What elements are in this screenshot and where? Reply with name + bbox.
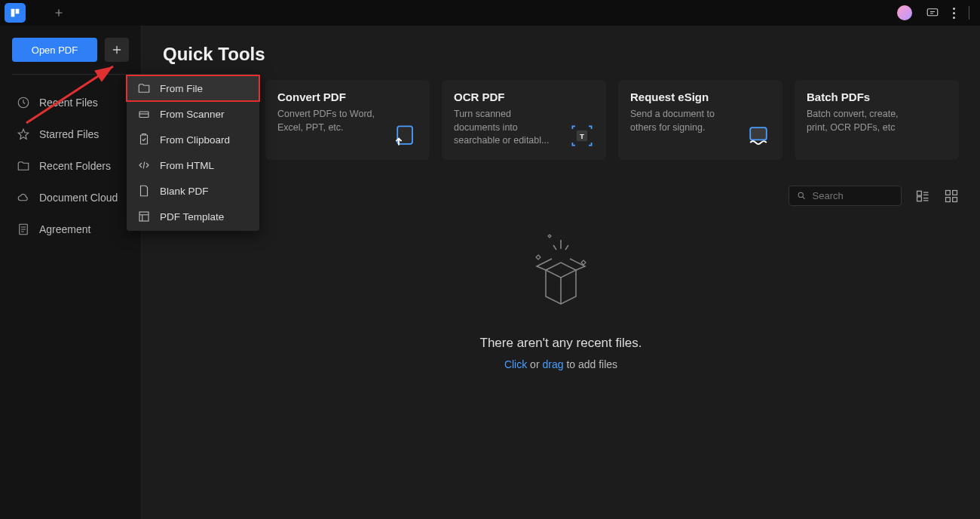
click-link[interactable]: Click	[504, 358, 527, 370]
empty-subtitle: Click or drag to add files	[163, 358, 959, 370]
template-icon	[137, 210, 151, 223]
chat-icon[interactable]	[926, 6, 939, 20]
card-desc: Batch convert, create, print, OCR PDFs, …	[807, 108, 912, 134]
svg-rect-2	[927, 9, 938, 16]
svg-rect-13	[946, 190, 951, 195]
card-convert-pdf[interactable]: Convert PDF Convert PDFs to Word, Excel,…	[265, 80, 430, 160]
sidebar-item-recent-folders[interactable]: Recent Folders	[12, 150, 129, 182]
quick-tools-cards: mages Convert PDF Convert PDFs to Word, …	[163, 80, 959, 160]
card-desc: Turn scanned documents into searchable o…	[454, 108, 559, 148]
sidebar-item-label: Starred Files	[39, 128, 99, 140]
svg-rect-9	[750, 127, 767, 140]
file-icon	[137, 184, 151, 198]
drag-link[interactable]: drag	[542, 358, 563, 370]
create-pdf-dropdown: From File From Scanner From Clipboard Fr…	[127, 74, 259, 231]
dropdown-item-blank-pdf[interactable]: Blank PDF	[127, 178, 259, 204]
logo-icon	[9, 7, 21, 19]
dropdown-label: From HTML	[160, 160, 214, 171]
sidebar-item-label: Recent Files	[39, 97, 98, 109]
svg-rect-0	[11, 9, 15, 17]
empty-title: There aren't any recent files.	[163, 336, 959, 351]
svg-rect-6	[397, 126, 412, 143]
more-menu-button[interactable]	[953, 6, 955, 20]
convert-icon	[392, 122, 419, 149]
card-title: OCR PDF	[454, 91, 594, 103]
sidebar-item-recent-files[interactable]: Recent Files	[12, 87, 129, 118]
sidebar-item-document-cloud[interactable]: Document Cloud	[12, 182, 129, 213]
sidebar: Open PDF Recent Files Starred Files Rece…	[0, 26, 142, 519]
content-area: Quick Tools mages Convert PDF Convert PD…	[142, 26, 980, 519]
svg-text:T: T	[580, 133, 584, 140]
dropdown-item-from-clipboard[interactable]: From Clipboard	[127, 127, 259, 152]
dropdown-label: From Scanner	[160, 109, 225, 120]
card-ocr-pdf[interactable]: OCR PDF Turn scanned documents into sear…	[442, 80, 606, 160]
search-icon	[797, 190, 807, 201]
search-box[interactable]	[789, 186, 902, 206]
svg-rect-11	[917, 191, 922, 195]
svg-point-10	[798, 192, 803, 197]
esign-icon	[745, 122, 772, 149]
svg-rect-14	[953, 190, 957, 195]
card-title: Convert PDF	[277, 91, 418, 103]
card-desc: Convert PDFs to Word, Excel, PPT, etc.	[277, 108, 383, 134]
svg-rect-15	[946, 197, 951, 201]
quick-tools-title: Quick Tools	[163, 44, 959, 65]
sidebar-item-starred-files[interactable]: Starred Files	[12, 118, 129, 150]
card-batch-pdfs[interactable]: Batch PDFs Batch convert, create, print,…	[795, 80, 959, 160]
svg-rect-17	[139, 112, 149, 118]
document-icon	[17, 223, 30, 236]
sidebar-item-label: Recent Folders	[39, 160, 111, 172]
dropdown-item-from-scanner[interactable]: From Scanner	[127, 101, 259, 127]
card-desc: Send a document to others for signing.	[630, 108, 736, 134]
cloud-icon	[17, 191, 30, 204]
list-view-button[interactable]	[915, 189, 930, 204]
svg-rect-16	[953, 197, 957, 201]
empty-box-icon	[508, 229, 614, 319]
dropdown-label: PDF Template	[160, 211, 224, 223]
titlebar	[0, 0, 980, 26]
sidebar-item-label: Document Cloud	[39, 192, 118, 204]
star-icon	[17, 127, 30, 141]
divider	[12, 74, 129, 75]
ocr-icon: T	[568, 122, 596, 149]
svg-rect-1	[16, 9, 20, 14]
app-logo[interactable]	[5, 3, 26, 23]
folder-icon	[17, 159, 30, 173]
dropdown-label: From Clipboard	[160, 134, 230, 146]
card-title: Batch PDFs	[807, 91, 947, 103]
divider	[969, 6, 969, 20]
dropdown-item-from-html[interactable]: From HTML	[127, 152, 259, 178]
sidebar-item-label: Agreement	[39, 223, 90, 235]
new-tab-button[interactable]	[44, 2, 74, 24]
clipboard-icon	[137, 133, 151, 146]
plus-icon	[111, 44, 123, 56]
code-icon	[137, 158, 151, 172]
sidebar-item-agreement[interactable]: Agreement	[12, 213, 129, 245]
dropdown-item-from-file[interactable]: From File	[127, 75, 259, 101]
dropdown-label: Blank PDF	[160, 186, 209, 197]
svg-rect-12	[917, 196, 922, 201]
search-input[interactable]	[813, 190, 893, 201]
card-title: Request eSign	[630, 91, 770, 103]
create-pdf-button[interactable]	[105, 38, 129, 62]
dropdown-item-pdf-template[interactable]: PDF Template	[127, 204, 259, 229]
scanner-icon	[137, 107, 151, 121]
user-avatar[interactable]	[897, 5, 912, 20]
grid-view-button[interactable]	[944, 189, 959, 204]
open-pdf-button[interactable]: Open PDF	[12, 38, 97, 62]
dropdown-label: From File	[160, 83, 203, 94]
folder-icon	[137, 81, 151, 95]
plus-icon	[54, 8, 64, 18]
svg-rect-19	[139, 212, 149, 221]
clock-icon	[17, 96, 30, 109]
empty-state: There aren't any recent files. Click or …	[163, 229, 959, 370]
card-request-esign[interactable]: Request eSign Send a document to others …	[618, 80, 782, 160]
